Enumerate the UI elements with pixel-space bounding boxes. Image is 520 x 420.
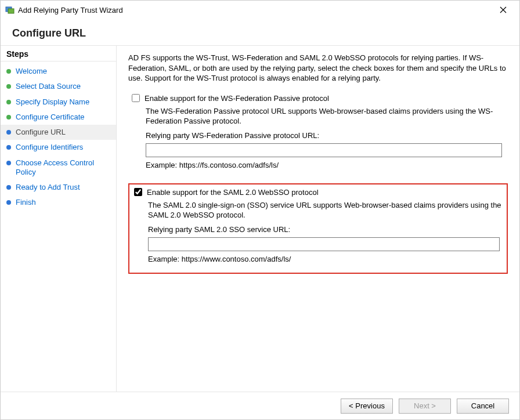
wsfed-checkbox[interactable] <box>132 94 140 102</box>
step-configure-certificate[interactable]: Configure Certificate <box>1 110 116 125</box>
step-ready-to-add-trust[interactable]: Ready to Add Trust <box>1 180 116 195</box>
content-pane: AD FS supports the WS-Trust, WS-Federati… <box>117 46 519 392</box>
step-select-data-source[interactable]: Select Data Source <box>1 79 116 94</box>
step-configure-url[interactable]: Configure URL <box>1 125 116 140</box>
step-label: Choose Access Control Policy <box>16 158 110 178</box>
step-label: Select Data Source <box>16 82 81 91</box>
footer: < Previous Next > Cancel <box>1 392 519 419</box>
close-icon <box>500 6 507 13</box>
step-bullet-icon <box>6 200 11 205</box>
saml-checkbox[interactable] <box>134 188 142 196</box>
step-bullet-icon <box>6 130 11 135</box>
saml-checkbox-label: Enable support for the SAML 2.0 WebSSO p… <box>147 188 319 197</box>
step-choose-access-control-policy[interactable]: Choose Access Control Policy <box>1 155 116 180</box>
next-button[interactable]: Next > <box>399 399 451 414</box>
step-label: Specify Display Name <box>16 97 89 107</box>
window-title: Add Relying Party Trust Wizard <box>18 6 492 15</box>
wsfed-section: Enable support for the WS-Federation Pas… <box>128 92 508 173</box>
step-label: Finish <box>16 198 36 207</box>
wizard-window: Add Relying Party Trust Wizard Configure… <box>0 0 520 420</box>
saml-url-label: Relying party SAML 2.0 SSO service URL: <box>148 225 502 234</box>
previous-button[interactable]: < Previous <box>341 399 393 414</box>
step-bullet-icon <box>6 145 11 150</box>
wsfed-description: The WS-Federation Passive protocol URL s… <box>146 106 504 126</box>
sidebar-title: Steps <box>1 46 116 61</box>
close-button[interactable] <box>492 1 515 19</box>
svg-rect-1 <box>8 9 14 13</box>
wizard-icon <box>5 5 15 15</box>
wsfed-url-input[interactable] <box>146 143 502 157</box>
step-bullet-icon <box>6 115 11 120</box>
step-bullet-icon <box>6 185 11 190</box>
step-configure-identifiers[interactable]: Configure Identifiers <box>1 140 116 155</box>
sidebar: Steps Welcome Select Data Source Specify… <box>1 46 117 392</box>
saml-section: Enable support for the SAML 2.0 WebSSO p… <box>128 183 508 274</box>
wizard-body: Steps Welcome Select Data Source Specify… <box>1 45 519 392</box>
step-finish[interactable]: Finish <box>1 195 116 210</box>
saml-description: The SAML 2.0 single-sign-on (SSO) servic… <box>148 200 502 220</box>
step-bullet-icon <box>6 100 11 104</box>
cancel-button[interactable]: Cancel <box>457 399 509 414</box>
step-label: Welcome <box>16 67 47 76</box>
intro-text: AD FS supports the WS-Trust, WS-Federati… <box>128 53 508 84</box>
wsfed-url-label: Relying party WS-Federation Passive prot… <box>146 131 504 140</box>
step-bullet-icon <box>6 84 11 89</box>
step-welcome[interactable]: Welcome <box>1 64 116 79</box>
step-label: Configure Certificate <box>16 113 85 122</box>
step-specify-display-name[interactable]: Specify Display Name <box>1 95 116 110</box>
titlebar: Add Relying Party Trust Wizard <box>1 1 519 19</box>
step-bullet-icon <box>6 69 11 74</box>
saml-example: Example: https://www.contoso.com/adfs/ls… <box>148 255 502 263</box>
step-label: Configure Identifiers <box>16 143 83 152</box>
wsfed-checkbox-label: Enable support for the WS-Federation Pas… <box>145 94 329 103</box>
saml-url-input[interactable] <box>148 237 500 251</box>
step-label: Ready to Add Trust <box>16 183 80 192</box>
step-label: Configure URL <box>16 128 66 137</box>
wsfed-example: Example: https://fs.contoso.com/adfs/ls/ <box>146 161 504 169</box>
page-heading: Configure URL <box>1 19 519 45</box>
steps-list: Welcome Select Data Source Specify Displ… <box>1 61 116 211</box>
step-bullet-icon <box>6 161 11 165</box>
